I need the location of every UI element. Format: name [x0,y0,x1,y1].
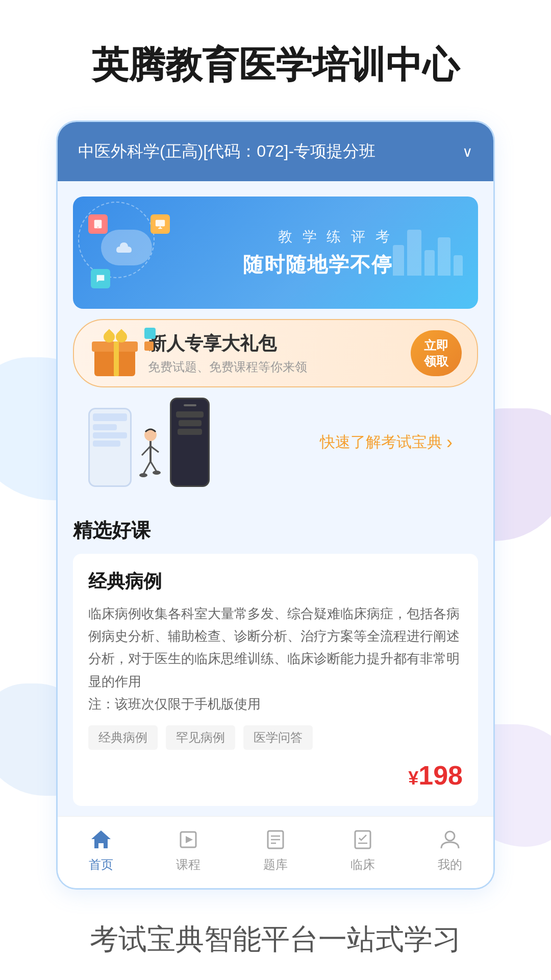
bottom-tagline: 考试宝典智能平台一站式学习 [0,890,551,980]
nav-label-clinical: 临床 [350,856,375,873]
price-value: 198 [418,761,463,790]
monitor-icon [155,218,166,230]
course-description: 临床病例收集各科室大量常多发、综合疑难临床病症，包括各病例病史分析、辅助检查、诊… [88,602,463,715]
price-symbol: ¥ [408,768,418,789]
svg-point-12 [153,471,161,475]
gift-text-area: 新人专享大礼包 免费试题、免费课程等你来领 [140,331,411,375]
svg-line-7 [142,446,151,455]
app-title: 英腾教育医学培训中心 [0,0,551,120]
gift-title: 新人专享大礼包 [148,331,403,356]
cloud-icon [114,237,139,258]
nav-label-profile: 我的 [438,856,462,873]
course-name: 中医外科学(正高)[代码：072]-专项提分班 [78,140,375,163]
phone-mockups [88,398,210,487]
svg-rect-19 [355,831,370,848]
question-bank-icon [263,827,288,852]
svg-line-9 [143,461,151,474]
tablet-icon [92,218,104,230]
main-card: 中医外科学(正高)[代码：072]-专项提分班 ∨ [56,120,495,890]
banner-text: 教 学 练 评 考 随时随地学不停 [190,227,393,279]
home-icon [88,827,114,852]
nav-label-course: 课程 [176,856,201,873]
course-tag: 经典病例 [88,725,158,750]
gift-box-icon [89,330,140,376]
svg-point-21 [445,831,455,841]
banner-icons [88,212,190,293]
gift-icon-area [89,330,140,376]
svg-line-8 [151,446,159,452]
chevron-down-icon: ∨ [462,143,473,160]
course-tags: 经典病例 罕见病例 医学问答 [88,725,463,750]
svg-point-1 [97,227,98,228]
course-title: 经典病例 [88,569,463,594]
nav-label-home: 首页 [89,856,113,873]
svg-marker-14 [186,836,193,843]
banner-title: 随时随地学不停 [206,251,393,279]
svg-point-11 [139,473,147,477]
nav-item-course[interactable]: 课程 [150,827,227,873]
profile-icon [437,827,463,852]
course-selector[interactable]: 中医外科学(正高)[代码：072]-专项提分班 ∨ [58,122,493,181]
svg-line-10 [151,461,157,472]
course-tag: 医学问答 [243,725,313,750]
course-icon [176,827,201,852]
gift-subtitle: 免费试题、免费课程等你来领 [148,359,403,375]
gift-banner[interactable]: 新人专享大礼包 免费试题、免费课程等你来领 立即 领取 [73,319,478,387]
clinical-icon [350,827,375,852]
chat-icon [95,273,106,284]
svg-rect-2 [156,220,165,227]
section-title: 精选好课 [58,507,493,549]
exam-guide-section: 快速了解考试宝典 › [73,398,478,497]
course-tag: 罕见病例 [166,725,235,750]
bottom-navigation: 首页 课程 题库 [58,816,493,888]
nav-item-home[interactable]: 首页 [63,827,139,873]
course-price: ¥198 [88,760,463,791]
nav-item-profile[interactable]: 我的 [412,827,488,873]
nav-item-clinical[interactable]: 临床 [324,827,401,873]
learning-banner: 教 学 练 评 考 随时随地学不停 [73,197,478,309]
walking-figure [134,426,167,487]
banner-buildings [393,230,463,276]
gift-claim-button[interactable]: 立即 领取 [411,330,462,376]
nav-label-question-bank: 题库 [263,856,288,873]
nav-item-question-bank[interactable]: 题库 [237,827,314,873]
exam-guide-link[interactable]: 快速了解考试宝典 › [220,432,463,453]
banner-subtitle: 教 学 练 评 考 [206,227,393,247]
course-card[interactable]: 经典病例 临床病例收集各科室大量常多发、综合疑难临床病症，包括各病例病史分析、辅… [73,554,478,806]
